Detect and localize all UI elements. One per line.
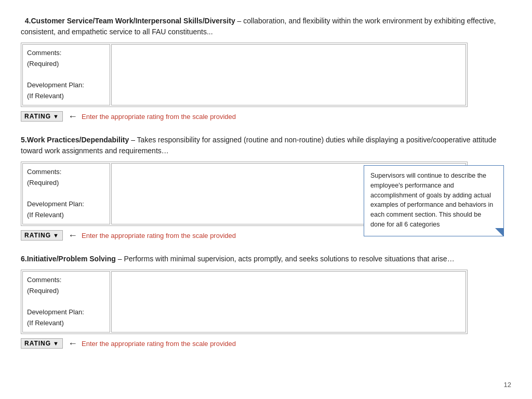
table-row: Comments:(Required) Development Plan:(If… [22,44,466,105]
section-5-rating-instruction: Enter the appropriate rating from the sc… [82,232,236,240]
comments-label: Comments:(Required) [27,276,61,295]
down-arrow-icon: ▼ [53,113,59,119]
callout-text: Supervisors will continue to describe th… [370,172,493,228]
section-4-rating-button[interactable]: RATING ▼ [21,111,63,122]
arrow-left-icon: ← [68,111,77,122]
section-6: 6.Initiative/Problem Solving – Performs … [21,254,511,349]
section-4-rating-row: RATING ▼ ← Enter the appropriate rating … [21,111,511,122]
section-5-number: 5. [21,136,27,144]
dev-plan-label: Development Plan:(If Relevant) [27,308,84,327]
section-5-rating-button[interactable]: RATING ▼ [21,230,63,241]
section-4-labels: Comments:(Required) Development Plan:(If… [22,44,110,105]
section-4-input-area[interactable] [111,44,466,105]
section-5-title-bold: Work Practices/Dependability [27,136,129,144]
section-4-title-bold: 4. [25,17,31,25]
arrow-left-icon: ← [68,338,77,349]
section-4-title-bold-text: Customer Service/Team Work/Interpersonal… [31,17,235,25]
section-6-labels: Comments:(Required) Development Plan:(If… [22,271,110,332]
section-6-title-bold: Initiative/Problem Solving [27,255,116,263]
section-6-title-rest: – Performs with minimal supervision, act… [116,255,455,263]
section-6-rating-button[interactable]: RATING ▼ [21,338,63,349]
section-5-title: 5.Work Practices/Dependability – Takes r… [21,135,511,156]
dev-plan-label: Development Plan:(If Relevant) [27,81,84,100]
rating-label: RATING [24,232,51,239]
section-4-comment-table: Comments:(Required) Development Plan:(If… [21,43,468,107]
rating-label: RATING [24,340,51,347]
section-4-title: 4.Customer Service/Team Work/Interperson… [21,16,511,37]
section-6-rating-instruction: Enter the appropriate rating from the sc… [82,340,236,348]
comments-label: Comments:(Required) [27,168,61,187]
section-4-rating-instruction: Enter the appropriate rating from the sc… [82,113,236,121]
section-5-labels: Comments:(Required) Development Plan:(If… [22,163,110,224]
rating-label: RATING [24,113,51,120]
callout-box: Supervisors will continue to describe th… [364,165,504,236]
table-row: Comments:(Required) Development Plan:(If… [22,271,466,332]
page-number: 12 [504,381,511,389]
down-arrow-icon: ▼ [53,340,59,347]
section-4: 4.Customer Service/Team Work/Interperson… [21,16,511,122]
down-arrow-icon: ▼ [53,232,59,238]
section-6-rating-row: RATING ▼ ← Enter the appropriate rating … [21,338,511,349]
section-6-number: 6. [21,255,27,263]
section-6-comment-table: Comments:(Required) Development Plan:(If… [21,270,468,334]
arrow-left-icon: ← [68,230,77,241]
dev-plan-label: Development Plan:(If Relevant) [27,200,84,219]
section-6-title: 6.Initiative/Problem Solving – Performs … [21,254,511,264]
comments-label: Comments:(Required) [27,49,61,68]
section-6-input-area[interactable] [111,271,466,332]
